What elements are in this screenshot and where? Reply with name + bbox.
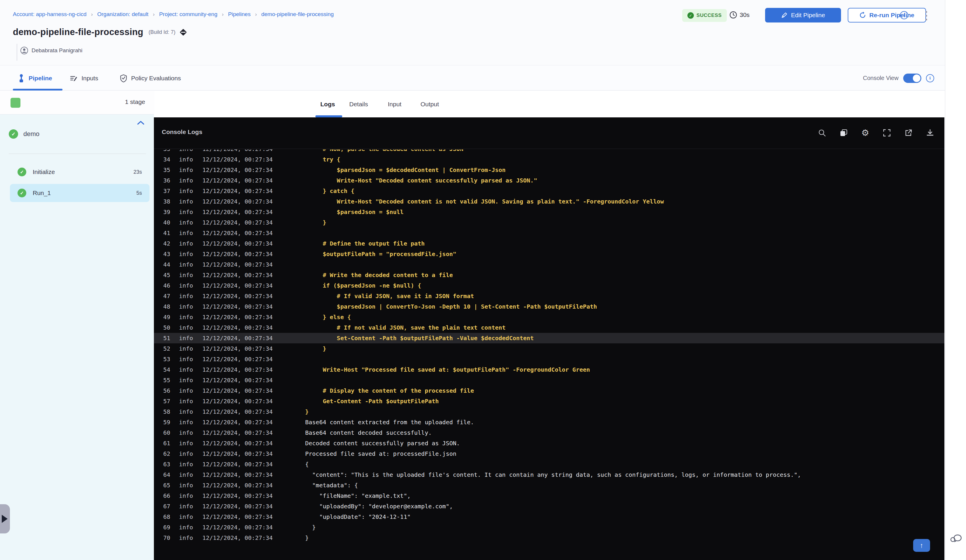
- log-line-58: 58info12/12/2024, 00:27:34}: [154, 406, 945, 417]
- breadcrumb-separator: ›: [153, 11, 155, 17]
- more-options-menu[interactable]: [923, 9, 929, 22]
- breadcrumb-account[interactable]: Account: app-harness-ng-cicd: [13, 11, 86, 17]
- page-title: demo-pipeline-file-processing: [13, 27, 143, 38]
- tab-policy-evaluations[interactable]: Policy Evaluations: [120, 66, 181, 90]
- tab-details[interactable]: Details: [349, 91, 368, 117]
- edit-pipeline-button[interactable]: Edit Pipeline: [765, 8, 841, 23]
- success-check-icon: ✓: [9, 129, 18, 139]
- log-line-49: 49info12/12/2024, 00:27:34 } else {: [154, 312, 945, 322]
- log-line-56: 56info12/12/2024, 00:27:34 # Display the…: [154, 385, 945, 396]
- play-triangle-icon: [2, 515, 8, 523]
- log-line-34: 34info12/12/2024, 00:27:34 try {: [154, 154, 945, 165]
- download-icon[interactable]: [925, 126, 935, 140]
- stage-status-square[interactable]: [10, 98, 20, 108]
- duration-label: 30s: [740, 11, 750, 18]
- step-detail-tabs: Logs Details Input Output: [154, 91, 945, 117]
- log-line-61: 61info12/12/2024, 00:27:34Decoded conten…: [154, 438, 945, 448]
- divider: [16, 44, 17, 61]
- success-check-icon: ✓: [18, 168, 26, 176]
- tab-output[interactable]: Output: [421, 91, 439, 117]
- user-avatar-icon: [20, 47, 28, 54]
- log-line-60: 60info12/12/2024, 00:27:34Base64 content…: [154, 427, 945, 438]
- page: Account: app-harness-ng-cicd › Organizat…: [0, 0, 966, 560]
- tab-pipeline[interactable]: Pipeline: [18, 66, 52, 90]
- log-line-45: 45info12/12/2024, 00:27:34 # Write the d…: [154, 270, 945, 280]
- pencil-icon: [781, 12, 788, 18]
- log-line-48: 48info12/12/2024, 00:27:34 $parsedJson |…: [154, 301, 945, 312]
- tab-inputs[interactable]: Inputs: [70, 66, 98, 90]
- console-view-info-icon[interactable]: i: [926, 74, 934, 82]
- active-tab-underline: [13, 89, 62, 90]
- log-line-54: 54info12/12/2024, 00:27:34 Write-Host "P…: [154, 365, 945, 375]
- copy-icon[interactable]: [839, 126, 849, 140]
- stage-group-name: demo: [23, 130, 39, 138]
- log-line-41: 41info12/12/2024, 00:27:34: [154, 228, 945, 238]
- console-log-viewport[interactable]: 33info12/12/2024, 00:27:34 # Now, parse …: [154, 149, 945, 560]
- scroll-to-top-button[interactable]: ↑: [913, 539, 930, 552]
- console-panel: Console Logs ⚙: [154, 117, 945, 560]
- log-line-65: 65info12/12/2024, 00:27:34 "metadata": {: [154, 480, 945, 491]
- console-view-toggle[interactable]: [903, 74, 921, 83]
- search-icon[interactable]: [817, 126, 827, 140]
- main-tab-bar: Pipeline Inputs Policy Evaluations Conso…: [0, 66, 945, 90]
- active-tab-underline: [315, 115, 342, 117]
- yaml-diamond-icon[interactable]: [180, 29, 187, 36]
- log-line-50: 50info12/12/2024, 00:27:34 # If not vali…: [154, 322, 945, 333]
- log-line-38: 38info12/12/2024, 00:27:34 Write-Host "D…: [154, 196, 945, 207]
- log-line-62: 62info12/12/2024, 00:27:34Processed file…: [154, 448, 945, 459]
- tab-input[interactable]: Input: [388, 91, 401, 117]
- log-line-47: 47info12/12/2024, 00:27:34 # If valid JS…: [154, 291, 945, 301]
- stage-group-demo[interactable]: ✓ demo: [0, 125, 154, 143]
- log-line-64: 64info12/12/2024, 00:27:34 "content": "T…: [154, 470, 945, 480]
- breadcrumb: Account: app-harness-ng-cicd › Organizat…: [13, 11, 334, 18]
- stage-count-label: 1 stage: [125, 99, 145, 105]
- shield-check-icon: [120, 74, 127, 82]
- log-line-52: 52info12/12/2024, 00:27:34 }: [154, 343, 945, 354]
- breadcrumb-organization[interactable]: Organization: default: [97, 11, 148, 17]
- inputs-icon: [70, 74, 77, 82]
- log-line-42: 42info12/12/2024, 00:27:34 # Define the …: [154, 238, 945, 249]
- log-line-33: 33info12/12/2024, 00:27:34 # Now, parse …: [154, 149, 945, 154]
- log-line-59: 59info12/12/2024, 00:27:34Base64 content…: [154, 417, 945, 427]
- step-name: Initialize: [33, 169, 55, 176]
- stage-count-row: 1 stage: [0, 91, 154, 115]
- expand-drawer-handle[interactable]: [0, 504, 10, 534]
- console-title: Console Logs: [162, 128, 202, 135]
- status-label: SUCCESS: [697, 13, 721, 18]
- settings-icon[interactable]: ⚙: [860, 126, 870, 140]
- tab-logs[interactable]: Logs: [320, 91, 335, 117]
- refresh-icon: [859, 11, 866, 19]
- step-row-initialize[interactable]: ✓ Initialize 23s: [10, 163, 150, 181]
- log-line-51: 51info12/12/2024, 00:27:34 Set-Content -…: [154, 333, 945, 343]
- right-rail: [945, 0, 966, 560]
- log-line-55: 55info12/12/2024, 00:27:34: [154, 375, 945, 385]
- author-name: Debabrata Panigrahi: [31, 47, 82, 54]
- log-line-70: 70info12/12/2024, 00:27:34}: [154, 532, 945, 543]
- help-chat-icon[interactable]: [950, 531, 962, 542]
- breadcrumb-pipeline-name[interactable]: demo-pipeline-file-processing: [261, 11, 334, 17]
- chevron-up-icon[interactable]: [137, 120, 145, 125]
- breadcrumb-project[interactable]: Project: community-eng: [159, 11, 218, 17]
- step-name: Run_1: [33, 189, 51, 197]
- step-duration: 23s: [133, 169, 142, 175]
- build-id-label: (Build Id: 7): [149, 29, 176, 35]
- log-line-67: 67info12/12/2024, 00:27:34 "uploadedBy":…: [154, 501, 945, 512]
- console-view-label: Console View: [863, 75, 899, 82]
- execution-sidebar: 1 stage ✓ demo ✓ Initialize 23s ✓ Run_1: [0, 91, 154, 560]
- rerun-info-icon[interactable]: i: [900, 11, 908, 19]
- pipeline-icon: [18, 74, 25, 83]
- success-check-icon: ✓: [687, 12, 694, 19]
- log-line-39: 39info12/12/2024, 00:27:34 $parsedJson =…: [154, 207, 945, 217]
- open-in-new-icon[interactable]: [904, 126, 913, 140]
- log-line-46: 46info12/12/2024, 00:27:34 if ($parsedJs…: [154, 280, 945, 291]
- console-log-lines: 33info12/12/2024, 00:27:34 # Now, parse …: [154, 149, 945, 543]
- breadcrumb-separator: ›: [91, 11, 93, 17]
- fullscreen-icon[interactable]: [882, 126, 892, 140]
- clock-icon: [729, 11, 737, 19]
- rerun-pipeline-button[interactable]: Re-run Pipeline: [848, 8, 926, 23]
- breadcrumb-separator: ›: [255, 11, 257, 17]
- breadcrumb-pipelines[interactable]: Pipelines: [228, 11, 251, 17]
- log-line-37: 37info12/12/2024, 00:27:34 } catch {: [154, 186, 945, 196]
- step-row-run-1[interactable]: ✓ Run_1 5s: [10, 184, 150, 202]
- log-line-53: 53info12/12/2024, 00:27:34: [154, 354, 945, 365]
